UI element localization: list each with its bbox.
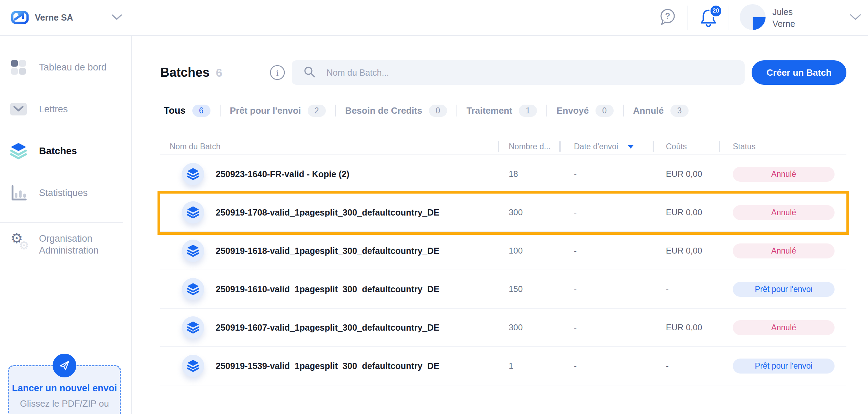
user-last-name: Verne	[773, 18, 795, 30]
notifications-bell-icon[interactable]: 20	[699, 8, 718, 28]
tab-count-badge: 0	[596, 105, 614, 117]
tab-separator	[623, 105, 624, 116]
envelope-icon	[10, 100, 27, 118]
help-icon[interactable]: ?	[658, 7, 677, 28]
column-header-date-label: Date d'envoi	[574, 142, 618, 151]
batch-date-cell: -	[559, 169, 653, 179]
sidebar-item-lettres[interactable]: Lettres	[0, 97, 131, 122]
column-header-status[interactable]: Status	[719, 142, 846, 151]
tab-pr-t-pour-l-envoi[interactable]: Prêt pour l'envoi 2	[230, 105, 326, 117]
batch-date-cell: -	[559, 246, 653, 256]
tab-envoy[interactable]: Envoyé 0	[556, 105, 614, 117]
batch-status-cell: Prêt pour l'envoi	[719, 282, 846, 297]
table-row[interactable]: 250923-1640-FR-valid - Kopie (2) 18 - EU…	[160, 155, 846, 194]
brand[interactable]: Verne SA	[0, 9, 132, 27]
batch-tabs: Tous 6 Prêt pour l'envoi 2 Besoin de Cre…	[160, 104, 846, 118]
bar-chart-icon	[10, 184, 27, 202]
info-icon[interactable]: i	[269, 65, 285, 81]
row-name-cell: 250919-1607-valid_1pagesplit_300_default…	[160, 316, 498, 339]
tab-annul[interactable]: Annulé 3	[633, 105, 689, 117]
batch-layers-icon	[182, 278, 204, 300]
tab-count-badge: 0	[429, 105, 447, 117]
tab-separator	[220, 105, 221, 116]
status-badge: Annulé	[733, 243, 835, 258]
page-title-count: 6	[216, 66, 222, 80]
batch-cost-cell: EUR 0,00	[653, 246, 719, 256]
dropzone-title: Lancer un nouvel envoi	[9, 383, 120, 394]
batch-name: 250919-1610-valid_1pagesplit_300_default…	[216, 284, 439, 294]
tab-traitement[interactable]: Traitement 1	[467, 105, 537, 117]
user-name: Jules Verne	[773, 6, 795, 30]
tab-label: Traitement	[467, 105, 513, 116]
sidebar-item-label: Lettres	[39, 104, 68, 115]
status-badge: Annulé	[733, 205, 835, 220]
page-title: Batches	[160, 65, 209, 80]
row-name-cell: 250919-1610-valid_1pagesplit_300_default…	[160, 278, 498, 300]
row-name-cell: 250919-1618-valid_1pagesplit_300_default…	[160, 240, 498, 262]
row-name-cell: 250923-1640-FR-valid - Kopie (2)	[160, 163, 498, 185]
table-row[interactable]: 250919-1607-valid_1pagesplit_300_default…	[160, 309, 846, 347]
tab-besoin-de-credits[interactable]: Besoin de Credits 0	[345, 105, 447, 117]
user-first-name: Jules	[773, 6, 795, 18]
main-content: Batches 6 i Nom du Batch... Créer un Bat…	[132, 36, 868, 414]
table-row[interactable]: 250919-1618-valid_1pagesplit_300_default…	[160, 232, 846, 270]
batch-date-cell: -	[559, 208, 653, 217]
batch-table-body: 250923-1640-FR-valid - Kopie (2) 18 - EU…	[160, 155, 846, 385]
layers-icon	[10, 142, 27, 160]
row-name-cell: 250919-1708-valid_1pagesplit_300_default…	[160, 201, 498, 224]
batch-name: 250923-1640-FR-valid - Kopie (2)	[216, 169, 349, 179]
notification-count-badge: 20	[709, 5, 722, 17]
batch-count-cell: 100	[498, 246, 559, 256]
tab-label: Tous	[164, 105, 186, 116]
batch-count-cell: 18	[498, 169, 559, 179]
tab-tous[interactable]: Tous 6	[164, 105, 210, 117]
gears-icon: ⚙⚙	[10, 233, 27, 254]
table-row[interactable]: 250919-1539-valid_1pagesplit_300_default…	[160, 347, 846, 385]
batch-date-cell: -	[559, 323, 653, 332]
sidebar-item-statistiques[interactable]: Statistiques	[0, 180, 131, 205]
batch-status-cell: Annulé	[719, 243, 846, 258]
tab-count-badge: 1	[519, 105, 537, 117]
brand-chevron-down-icon[interactable]	[111, 14, 123, 22]
column-header-date-envoi[interactable]: Date d'envoi	[559, 142, 653, 151]
search-input[interactable]: Nom du Batch...	[292, 60, 745, 85]
batch-cost-cell: -	[653, 361, 719, 371]
table-row[interactable]: 250919-1610-valid_1pagesplit_300_default…	[160, 270, 846, 309]
batch-layers-icon	[182, 355, 204, 377]
create-batch-button[interactable]: Créer un Batch	[752, 60, 846, 85]
sidebar-item-organisation-administration[interactable]: ⚙⚙ Organisation Administration	[0, 233, 131, 256]
user-menu-chevron-down-icon[interactable]	[849, 13, 862, 22]
column-header-nombre[interactable]: Nombre d...	[498, 142, 559, 151]
search-icon	[304, 66, 315, 79]
column-header-nom-du-batch[interactable]: Nom du Batch	[160, 142, 498, 151]
paper-plane-icon	[53, 354, 76, 377]
batch-status-cell: Annulé	[719, 167, 846, 182]
dropzone-subtitle: Glissez le PDF/ZIP ou	[9, 398, 120, 409]
sort-descending-icon[interactable]	[628, 145, 634, 149]
status-badge: Annulé	[733, 320, 835, 335]
table-row[interactable]: 250919-1708-valid_1pagesplit_300_default…	[160, 194, 846, 232]
batch-cost-cell: EUR 0,00	[653, 208, 719, 217]
batch-date-cell: -	[559, 284, 653, 294]
batch-name: 250919-1618-valid_1pagesplit_300_default…	[216, 246, 439, 256]
row-name-cell: 250919-1539-valid_1pagesplit_300_default…	[160, 355, 498, 377]
upload-dropzone[interactable]: Lancer un nouvel envoi Glissez le PDF/ZI…	[8, 365, 121, 414]
tab-label: Envoyé	[556, 105, 589, 116]
brand-name: Verne SA	[35, 13, 73, 23]
tab-count-badge: 3	[670, 105, 689, 117]
user-avatar[interactable]	[740, 4, 766, 31]
batch-name: 250919-1539-valid_1pagesplit_300_default…	[216, 361, 439, 371]
column-header-couts[interactable]: Coûts	[653, 142, 719, 151]
batch-layers-icon	[182, 163, 204, 185]
svg-text:?: ?	[665, 11, 670, 21]
batch-layers-icon	[182, 201, 204, 224]
sidebar-nav: Tableau de bord Lettres Batches	[0, 36, 131, 205]
sidebar-item-batches[interactable]: Batches	[0, 138, 131, 164]
status-badge: Prêt pour l'envoi	[733, 359, 835, 374]
search-placeholder: Nom du Batch...	[327, 68, 389, 78]
svg-text:i: i	[276, 68, 278, 78]
batch-count-cell: 300	[498, 208, 559, 217]
tab-label: Annulé	[633, 105, 664, 116]
batch-status-cell: Annulé	[719, 320, 846, 335]
sidebar-item-tableau-de-bord[interactable]: Tableau de bord	[0, 55, 131, 80]
